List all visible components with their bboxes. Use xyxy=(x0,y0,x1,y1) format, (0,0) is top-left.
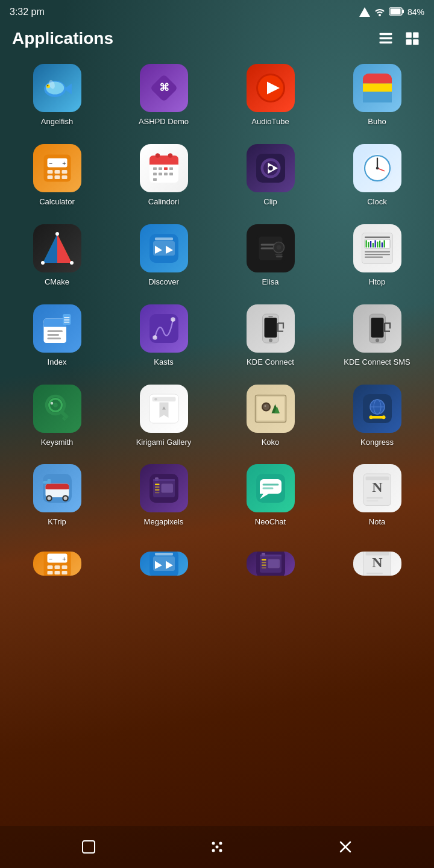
svg-text:⌘: ⌘ xyxy=(159,82,169,93)
app-item-kdeconnectsms[interactable]: KDE Connect SMS xyxy=(326,298,428,374)
svg-point-108 xyxy=(153,335,157,340)
svg-rect-84 xyxy=(365,240,366,247)
grid-view-icon[interactable] xyxy=(403,29,422,48)
app-icon-discover xyxy=(140,224,188,272)
app-label-kdeconnect: KDE Connect xyxy=(247,357,294,368)
svg-rect-10 xyxy=(413,39,418,45)
app-item-audiotube[interactable]: AudioTube xyxy=(219,58,321,133)
app-item-koko[interactable]: Koko xyxy=(219,379,321,454)
app-item-kdeconnect[interactable]: KDE Connect xyxy=(219,298,321,374)
svg-text:+: + xyxy=(62,159,66,166)
app-item-calindori[interactable]: Calindori xyxy=(113,138,215,213)
svg-rect-89 xyxy=(377,242,378,248)
svg-point-41 xyxy=(168,153,172,158)
app-partial-calculator[interactable]: + − xyxy=(6,546,108,582)
app-item-megapixels[interactable]: Megapixels xyxy=(113,458,215,533)
svg-rect-102 xyxy=(47,338,61,339)
svg-marker-63 xyxy=(57,234,72,263)
svg-point-201 xyxy=(215,846,218,849)
app-partial-nota[interactable]: N xyxy=(326,546,428,582)
svg-rect-26 xyxy=(363,97,392,102)
app-icon-koko xyxy=(247,385,295,433)
apps-list: Angelfish ⌘ ASHPD Demo AudioTube Buho + … xyxy=(6,58,428,546)
svg-rect-87 xyxy=(372,243,373,248)
app-icon-audiotube xyxy=(247,64,295,112)
svg-rect-48 xyxy=(164,172,168,175)
app-item-buho[interactable]: Buho xyxy=(326,58,428,133)
app-label-buho: Buho xyxy=(368,117,386,127)
svg-point-200 xyxy=(219,842,222,845)
svg-rect-9 xyxy=(406,39,412,45)
app-item-keysmith[interactable]: Keysmith xyxy=(6,379,108,454)
app-icon-htop xyxy=(353,224,401,272)
apps-grid: Angelfish ⌘ ASHPD Demo AudioTube Buho + … xyxy=(0,58,434,826)
close-button[interactable] xyxy=(332,834,359,860)
back-button[interactable] xyxy=(75,834,102,860)
app-item-discover[interactable]: Discover xyxy=(113,218,215,294)
app-icon-calindori xyxy=(140,144,188,192)
svg-point-130 xyxy=(263,403,269,410)
list-view-icon[interactable] xyxy=(376,29,395,48)
app-item-nota[interactable]: N Nota xyxy=(326,458,428,533)
svg-point-146 xyxy=(63,497,67,500)
app-icon-keysmith xyxy=(33,385,81,433)
app-label-keysmith: Keysmith xyxy=(41,438,73,448)
app-label-audiotube: AudioTube xyxy=(251,117,289,127)
app-label-cmake: CMake xyxy=(45,277,69,288)
app-item-htop[interactable]: Htop xyxy=(326,218,428,294)
app-label-megapixels: Megapixels xyxy=(144,517,184,527)
app-icon-megapixels xyxy=(140,464,188,512)
svg-point-112 xyxy=(269,338,272,342)
app-item-clip[interactable]: Clip xyxy=(219,138,321,213)
app-item-angelfish[interactable]: Angelfish xyxy=(6,58,108,133)
home-button[interactable] xyxy=(204,834,230,860)
battery-percentage: 84% xyxy=(407,7,424,17)
svg-point-137 xyxy=(369,415,373,419)
app-label-kirigami: Kirigami Gallery xyxy=(136,438,192,448)
svg-rect-91 xyxy=(381,242,382,247)
svg-rect-181 xyxy=(155,553,173,556)
app-item-cmake[interactable]: CMake xyxy=(6,218,108,294)
app-item-ashpd[interactable]: ⌘ ASHPD Demo xyxy=(113,58,215,133)
svg-rect-192 xyxy=(262,567,266,568)
svg-rect-93 xyxy=(365,251,390,252)
svg-rect-34 xyxy=(47,175,52,179)
app-item-kongress[interactable]: Kongress xyxy=(326,379,428,454)
app-partial-discover[interactable] xyxy=(113,546,215,582)
app-label-ktrip: KTrip xyxy=(48,517,66,527)
app-partial-icon-nota: N xyxy=(353,552,401,576)
svg-rect-70 xyxy=(155,237,173,241)
app-item-ktrip[interactable]: KTrip xyxy=(6,458,108,533)
app-item-elisa[interactable]: Elisa xyxy=(219,218,321,294)
svg-point-199 xyxy=(212,842,215,845)
app-item-calculator[interactable]: + − Calculator xyxy=(6,138,108,213)
app-icon-index xyxy=(33,304,81,353)
svg-text:N: N xyxy=(372,479,383,495)
svg-rect-174 xyxy=(54,565,60,569)
signal-icon xyxy=(359,6,370,19)
svg-rect-163 xyxy=(262,488,273,489)
app-item-kirigami[interactable]: Kirigami Gallery xyxy=(113,379,215,454)
svg-rect-50 xyxy=(153,178,157,181)
svg-rect-90 xyxy=(379,241,380,247)
app-icon-kongress xyxy=(353,385,401,433)
app-icon-neochat xyxy=(247,464,295,512)
app-item-clock[interactable]: Clock xyxy=(326,138,428,213)
app-label-index: Index xyxy=(48,357,67,368)
app-icon-calculator: + − xyxy=(33,144,81,192)
app-partial-megapixels[interactable] xyxy=(219,546,321,582)
app-icon-kdeconnect xyxy=(247,304,295,353)
svg-rect-197 xyxy=(366,576,379,576)
svg-rect-76 xyxy=(260,247,274,249)
app-item-index[interactable]: Index xyxy=(6,298,108,374)
svg-rect-94 xyxy=(365,254,390,255)
svg-rect-176 xyxy=(47,571,52,574)
svg-rect-85 xyxy=(368,242,369,247)
app-item-kasts[interactable]: Kasts xyxy=(113,298,215,374)
svg-point-40 xyxy=(155,153,160,158)
app-item-neochat[interactable]: NeoChat xyxy=(219,458,321,533)
svg-rect-44 xyxy=(164,167,168,170)
app-icon-angelfish xyxy=(33,64,81,112)
app-partial-icon-calculator: + − xyxy=(33,552,81,576)
svg-rect-196 xyxy=(366,573,383,574)
